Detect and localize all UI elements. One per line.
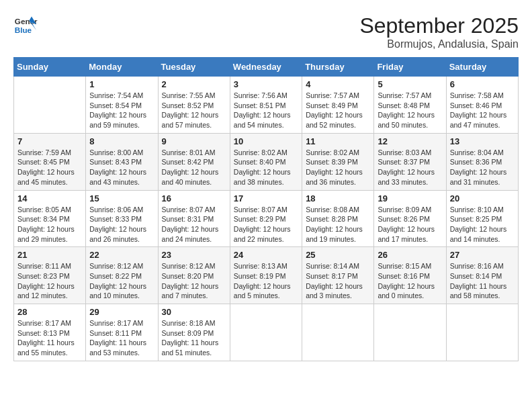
- calendar-cell: 10Sunrise: 8:02 AMSunset: 8:40 PMDayligh…: [230, 133, 302, 190]
- day-number: 17: [234, 193, 298, 203]
- calendar-cell: 14Sunrise: 8:05 AMSunset: 8:34 PMDayligh…: [14, 190, 86, 247]
- day-info: Sunrise: 8:05 AMSunset: 8:34 PMDaylight:…: [17, 205, 82, 244]
- weekday-header: Sunday: [14, 58, 86, 77]
- day-info: Sunrise: 8:01 AMSunset: 8:42 PMDaylight:…: [162, 148, 226, 187]
- month-title: September 2025: [359, 13, 519, 38]
- logo-icon: General Blue: [13, 13, 38, 38]
- day-number: 26: [378, 250, 442, 260]
- calendar-cell: [446, 304, 518, 361]
- weekday-header: Saturday: [446, 58, 518, 77]
- weekday-header: Monday: [86, 58, 158, 77]
- day-info: Sunrise: 8:03 AMSunset: 8:37 PMDaylight:…: [378, 148, 442, 187]
- calendar-cell: 30Sunrise: 8:18 AMSunset: 8:09 PMDayligh…: [158, 304, 230, 361]
- day-number: 2: [162, 79, 226, 89]
- day-number: 18: [306, 193, 370, 203]
- day-number: 20: [450, 193, 515, 203]
- day-number: 24: [234, 250, 298, 260]
- day-number: 6: [450, 79, 515, 89]
- day-info: Sunrise: 8:09 AMSunset: 8:26 PMDaylight:…: [378, 205, 442, 244]
- day-number: 22: [89, 250, 154, 260]
- day-info: Sunrise: 8:00 AMSunset: 8:43 PMDaylight:…: [89, 148, 154, 187]
- calendar-cell: 11Sunrise: 8:02 AMSunset: 8:39 PMDayligh…: [302, 133, 374, 190]
- day-number: 5: [378, 79, 442, 89]
- day-number: 3: [234, 79, 298, 89]
- calendar-week: 28Sunrise: 8:17 AMSunset: 8:13 PMDayligh…: [14, 304, 519, 361]
- day-info: Sunrise: 8:17 AMSunset: 8:11 PMDaylight:…: [89, 318, 154, 358]
- calendar-cell: 7Sunrise: 7:59 AMSunset: 8:45 PMDaylight…: [14, 133, 86, 190]
- day-info: Sunrise: 8:14 AMSunset: 8:17 PMDaylight:…: [306, 261, 370, 301]
- day-info: Sunrise: 8:18 AMSunset: 8:09 PMDaylight:…: [162, 318, 226, 358]
- calendar-cell: 1Sunrise: 7:54 AMSunset: 8:54 PMDaylight…: [86, 77, 158, 134]
- weekday-header: Friday: [374, 58, 446, 77]
- day-info: Sunrise: 7:59 AMSunset: 8:45 PMDaylight:…: [17, 148, 82, 187]
- weekday-header: Tuesday: [158, 58, 230, 77]
- day-number: 4: [306, 79, 370, 89]
- day-info: Sunrise: 8:12 AMSunset: 8:22 PMDaylight:…: [89, 261, 154, 301]
- calendar-cell: 2Sunrise: 7:55 AMSunset: 8:52 PMDaylight…: [158, 77, 230, 134]
- calendar-table: SundayMondayTuesdayWednesdayThursdayFrid…: [13, 57, 519, 361]
- calendar-cell: [302, 304, 374, 361]
- day-number: 12: [378, 136, 442, 146]
- day-number: 28: [17, 307, 82, 317]
- day-info: Sunrise: 8:13 AMSunset: 8:19 PMDaylight:…: [234, 261, 298, 301]
- calendar-cell: 21Sunrise: 8:11 AMSunset: 8:23 PMDayligh…: [14, 247, 86, 304]
- day-number: 30: [162, 307, 226, 317]
- calendar-cell: 26Sunrise: 8:15 AMSunset: 8:16 PMDayligh…: [374, 247, 446, 304]
- day-info: Sunrise: 8:15 AMSunset: 8:16 PMDaylight:…: [378, 261, 442, 301]
- day-number: 27: [450, 250, 515, 260]
- calendar-cell: [374, 304, 446, 361]
- day-info: Sunrise: 8:12 AMSunset: 8:20 PMDaylight:…: [162, 261, 226, 301]
- day-info: Sunrise: 7:58 AMSunset: 8:46 PMDaylight:…: [450, 91, 515, 130]
- weekday-header: Thursday: [302, 58, 374, 77]
- day-info: Sunrise: 7:55 AMSunset: 8:52 PMDaylight:…: [162, 91, 226, 130]
- weekday-header: Wednesday: [230, 58, 302, 77]
- day-number: 23: [162, 250, 226, 260]
- calendar-cell: 12Sunrise: 8:03 AMSunset: 8:37 PMDayligh…: [374, 133, 446, 190]
- calendar-cell: 19Sunrise: 8:09 AMSunset: 8:26 PMDayligh…: [374, 190, 446, 247]
- day-info: Sunrise: 8:02 AMSunset: 8:40 PMDaylight:…: [234, 148, 298, 187]
- calendar-cell: 13Sunrise: 8:04 AMSunset: 8:36 PMDayligh…: [446, 133, 518, 190]
- day-number: 14: [17, 193, 82, 203]
- calendar-cell: 25Sunrise: 8:14 AMSunset: 8:17 PMDayligh…: [302, 247, 374, 304]
- calendar-cell: 17Sunrise: 8:07 AMSunset: 8:29 PMDayligh…: [230, 190, 302, 247]
- calendar-cell: 29Sunrise: 8:17 AMSunset: 8:11 PMDayligh…: [86, 304, 158, 361]
- day-info: Sunrise: 8:10 AMSunset: 8:25 PMDaylight:…: [450, 205, 515, 244]
- day-info: Sunrise: 8:16 AMSunset: 8:14 PMDaylight:…: [450, 261, 515, 301]
- calendar-cell: 8Sunrise: 8:00 AMSunset: 8:43 PMDaylight…: [86, 133, 158, 190]
- day-number: 10: [234, 136, 298, 146]
- calendar-cell: 24Sunrise: 8:13 AMSunset: 8:19 PMDayligh…: [230, 247, 302, 304]
- calendar-cell: [14, 77, 86, 134]
- calendar-cell: 20Sunrise: 8:10 AMSunset: 8:25 PMDayligh…: [446, 190, 518, 247]
- svg-text:Blue: Blue: [15, 26, 32, 34]
- calendar-cell: 3Sunrise: 7:56 AMSunset: 8:51 PMDaylight…: [230, 77, 302, 134]
- calendar-cell: 15Sunrise: 8:06 AMSunset: 8:33 PMDayligh…: [86, 190, 158, 247]
- day-info: Sunrise: 7:57 AMSunset: 8:48 PMDaylight:…: [378, 91, 442, 130]
- day-number: 16: [162, 193, 226, 203]
- day-number: 25: [306, 250, 370, 260]
- calendar-cell: 23Sunrise: 8:12 AMSunset: 8:20 PMDayligh…: [158, 247, 230, 304]
- location-title: Bormujos, Andalusia, Spain: [359, 38, 519, 50]
- day-info: Sunrise: 8:17 AMSunset: 8:13 PMDaylight:…: [17, 318, 82, 358]
- day-info: Sunrise: 8:04 AMSunset: 8:36 PMDaylight:…: [450, 148, 515, 187]
- day-info: Sunrise: 8:06 AMSunset: 8:33 PMDaylight:…: [89, 205, 154, 244]
- day-info: Sunrise: 7:54 AMSunset: 8:54 PMDaylight:…: [89, 91, 154, 130]
- calendar-cell: 22Sunrise: 8:12 AMSunset: 8:22 PMDayligh…: [86, 247, 158, 304]
- calendar-cell: 27Sunrise: 8:16 AMSunset: 8:14 PMDayligh…: [446, 247, 518, 304]
- calendar-cell: 4Sunrise: 7:57 AMSunset: 8:49 PMDaylight…: [302, 77, 374, 134]
- calendar-week: 14Sunrise: 8:05 AMSunset: 8:34 PMDayligh…: [14, 190, 519, 247]
- logo: General Blue: [13, 13, 38, 38]
- header: General Blue September 2025 Bormujos, An…: [13, 13, 519, 50]
- calendar-cell: 9Sunrise: 8:01 AMSunset: 8:42 PMDaylight…: [158, 133, 230, 190]
- day-number: 1: [89, 79, 154, 89]
- day-info: Sunrise: 8:02 AMSunset: 8:39 PMDaylight:…: [306, 148, 370, 187]
- day-info: Sunrise: 8:07 AMSunset: 8:31 PMDaylight:…: [162, 205, 226, 244]
- day-number: 11: [306, 136, 370, 146]
- day-number: 7: [17, 136, 82, 146]
- calendar-week: 7Sunrise: 7:59 AMSunset: 8:45 PMDaylight…: [14, 133, 519, 190]
- day-info: Sunrise: 7:56 AMSunset: 8:51 PMDaylight:…: [234, 91, 298, 130]
- day-number: 15: [89, 193, 154, 203]
- day-number: 29: [89, 307, 154, 317]
- title-block: September 2025 Bormujos, Andalusia, Spai…: [359, 13, 519, 50]
- calendar-cell: 18Sunrise: 8:08 AMSunset: 8:28 PMDayligh…: [302, 190, 374, 247]
- calendar-week: 1Sunrise: 7:54 AMSunset: 8:54 PMDaylight…: [14, 77, 519, 134]
